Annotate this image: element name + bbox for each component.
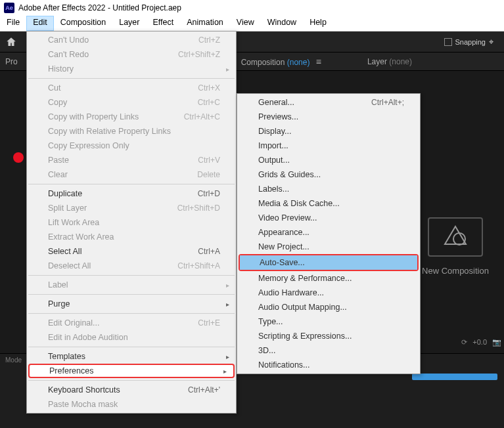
menu-window[interactable]: Window [261, 16, 303, 31]
prefs-item-memory-performance[interactable]: Memory & Performance... [237, 271, 420, 286]
menu-item-label: Edit Original... [48, 318, 100, 328]
menu-item-label: Cut [48, 83, 60, 93]
prefs-item-labels[interactable]: Labels... [237, 182, 420, 196]
menu-item-label: Audio Hardware... [258, 288, 324, 297]
menu-item-extract-work-area: Extract Work Area [27, 230, 236, 244]
prefs-item-grids-guides[interactable]: Grids & Guides... [237, 167, 420, 182]
prefs-item-previews[interactable]: Previews... [237, 110, 420, 124]
preferences-submenu: General...Ctrl+Alt+;Previews...Display..… [237, 93, 421, 374]
titlebar: Ae Adobe After Effects 2022 - Untitled P… [0, 0, 504, 16]
menu-composition[interactable]: Composition [54, 16, 112, 31]
prefs-item-appearance[interactable]: Appearance... [237, 225, 420, 240]
project-panel-tab[interactable]: Pro [5, 57, 18, 66]
prefs-item-video-preview[interactable]: Video Preview... [237, 211, 420, 225]
menu-item-deselect-all: Deselect AllCtrl+Shift+A [27, 259, 236, 273]
menu-item-label: Templates [48, 352, 85, 361]
menu-item-shortcut: Ctrl+X [198, 83, 220, 93]
menu-item-label: Copy [48, 98, 67, 107]
refresh-icon[interactable]: ⟳ [461, 338, 467, 347]
menu-item-shortcut: Ctrl+Alt+; [371, 98, 404, 107]
menu-item-label: Video Preview... [258, 213, 317, 223]
menu-item-label: Notifications... [258, 360, 310, 370]
menu-item-label: Select All [48, 247, 81, 256]
prefs-item-new-project[interactable]: New Project... [237, 240, 420, 254]
layer-panel-tab[interactable]: Layer [367, 57, 387, 66]
menu-item-label: Type... [258, 317, 283, 326]
ae-logo-icon: Ae [4, 3, 14, 13]
panel-menu-icon[interactable]: ≡ [316, 56, 321, 67]
timeline-scrubber[interactable] [412, 374, 497, 380]
menu-separator [28, 294, 235, 295]
menu-item-copy-with-property-links: Copy with Property LinksCtrl+Alt+C [27, 110, 236, 124]
menu-help[interactable]: Help [303, 16, 333, 31]
timeline-status-icons: ⟳ +0.0 📷 [461, 338, 501, 347]
menu-item-label: Copy with Property Links [48, 112, 139, 121]
menu-effect[interactable]: Effect [146, 16, 180, 31]
home-icon[interactable] [5, 36, 17, 48]
prefs-item-display[interactable]: Display... [237, 124, 420, 139]
menu-item-shortcut: Ctrl+Shift+Z [178, 50, 220, 59]
menu-file[interactable]: File [0, 16, 26, 31]
menu-item-label: Label [48, 280, 68, 289]
menu-item-preferences[interactable]: Preferences [28, 364, 235, 378]
menu-item-edit-original: Edit Original...Ctrl+E [27, 316, 236, 330]
menu-item-label: Copy with Relative Property Links [48, 127, 171, 136]
menu-item-purge[interactable]: Purge [27, 297, 236, 311]
annotation-red-box: Auto-Save... [239, 254, 419, 271]
menu-item-label: Previews... [258, 112, 298, 121]
menu-item-copy-with-relative-property-links: Copy with Relative Property Links [27, 124, 236, 139]
menu-item-label: Output... [258, 156, 290, 165]
menu-item-copy-expression-only: Copy Expression Only [27, 139, 236, 153]
menu-separator [28, 275, 235, 276]
menu-item-label: Auto-Save... [260, 258, 305, 267]
menu-animation[interactable]: Animation [180, 16, 230, 31]
menu-item-label: Purge [48, 299, 70, 309]
menu-item-label: Preferences [49, 366, 93, 375]
prefs-item-3d[interactable]: 3D... [237, 343, 420, 358]
menu-item-shortcut: Delete [197, 170, 220, 179]
new-composition-button[interactable]: New Composition [409, 217, 501, 276]
composition-panel-tab[interactable]: Composition [241, 58, 285, 67]
menu-item-duplicate[interactable]: DuplicateCtrl+D [27, 186, 236, 201]
menu-edit[interactable]: Edit [26, 16, 54, 31]
menu-item-templates[interactable]: Templates [27, 349, 236, 364]
menu-item-select-all[interactable]: Select AllCtrl+A [27, 244, 236, 259]
menu-item-label: Display... [258, 127, 291, 136]
prefs-item-output[interactable]: Output... [237, 153, 420, 167]
new-composition-label: New Composition [422, 266, 489, 276]
edit-menu-dropdown: Can't UndoCtrl+ZCan't RedoCtrl+Shift+ZHi… [26, 31, 237, 414]
prefs-item-general[interactable]: General...Ctrl+Alt+; [237, 95, 420, 110]
menu-item-copy: CopyCtrl+C [27, 95, 236, 110]
snapping-checkbox-icon[interactable] [444, 38, 452, 46]
menu-item-clear: ClearDelete [27, 167, 236, 182]
menu-item-label: Memory & Performance... [258, 274, 352, 283]
menu-item-label: Label [27, 278, 236, 292]
menu-item-label: Can't Undo [48, 35, 89, 45]
menu-layer[interactable]: Layer [112, 16, 146, 31]
menu-item-label: Audio Output Mapping... [258, 303, 347, 312]
menu-separator [28, 380, 235, 381]
prefs-item-import[interactable]: Import... [237, 139, 420, 153]
menu-item-split-layer: Split LayerCtrl+Shift+D [27, 201, 236, 215]
menu-item-label: Deselect All [48, 261, 91, 270]
snapping-toggle[interactable]: Snapping ⌖ [444, 37, 494, 47]
menu-item-keyboard-shortcuts[interactable]: Keyboard ShortcutsCtrl+Alt+' [27, 383, 236, 397]
menu-item-shortcut: Ctrl+A [198, 247, 220, 256]
camera-icon[interactable]: 📷 [492, 338, 501, 347]
prefs-item-audio-hardware[interactable]: Audio Hardware... [237, 286, 420, 300]
prefs-item-scripting-expressions[interactable]: Scripting & Expressions... [237, 329, 420, 343]
prefs-item-auto-save[interactable]: Auto-Save... [240, 255, 417, 270]
prefs-item-type[interactable]: Type... [237, 314, 420, 329]
menu-item-label: History [48, 64, 74, 74]
menu-separator [28, 184, 235, 184]
menu-separator [28, 347, 235, 347]
menu-item-cut: CutCtrl+X [27, 81, 236, 95]
menu-item-shortcut: Ctrl+Z [198, 35, 220, 45]
app-title: Adobe After Effects 2022 - Untitled Proj… [18, 3, 181, 12]
menu-view[interactable]: View [230, 16, 261, 31]
menubar: FileEditCompositionLayerEffectAnimationV… [0, 16, 504, 32]
prefs-item-audio-output-mapping[interactable]: Audio Output Mapping... [237, 300, 420, 314]
prefs-item-media-disk-cache[interactable]: Media & Disk Cache... [237, 196, 420, 211]
menu-separator [28, 313, 235, 314]
prefs-item-notifications[interactable]: Notifications... [237, 358, 420, 372]
